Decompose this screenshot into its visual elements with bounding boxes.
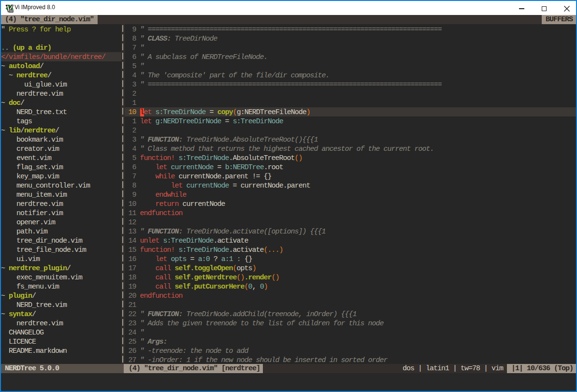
svg-text:im: im: [10, 9, 14, 13]
